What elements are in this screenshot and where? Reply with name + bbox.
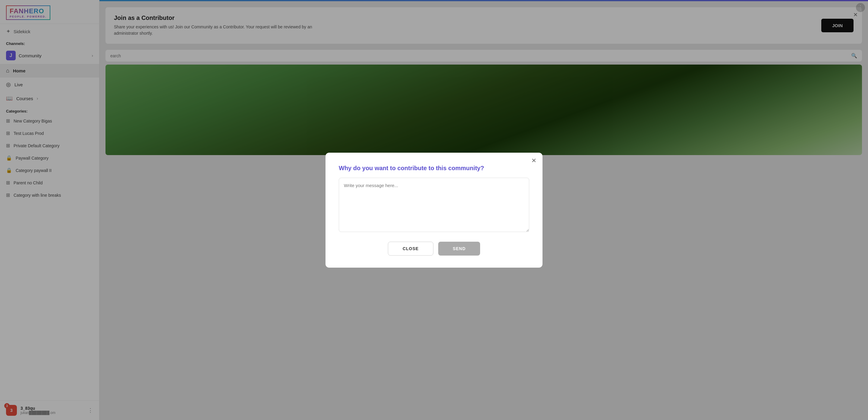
- close-button[interactable]: CLOSE: [388, 242, 433, 256]
- modal-overlay: ✕ Why do you want to contribute to this …: [0, 0, 868, 420]
- send-button[interactable]: SEND: [438, 242, 480, 256]
- message-textarea[interactable]: [339, 178, 529, 232]
- modal-close-button[interactable]: ✕: [531, 158, 536, 164]
- contribute-modal: ✕ Why do you want to contribute to this …: [326, 153, 542, 268]
- modal-title: Why do you want to contribute to this co…: [339, 165, 529, 172]
- modal-actions: CLOSE SEND: [339, 242, 529, 256]
